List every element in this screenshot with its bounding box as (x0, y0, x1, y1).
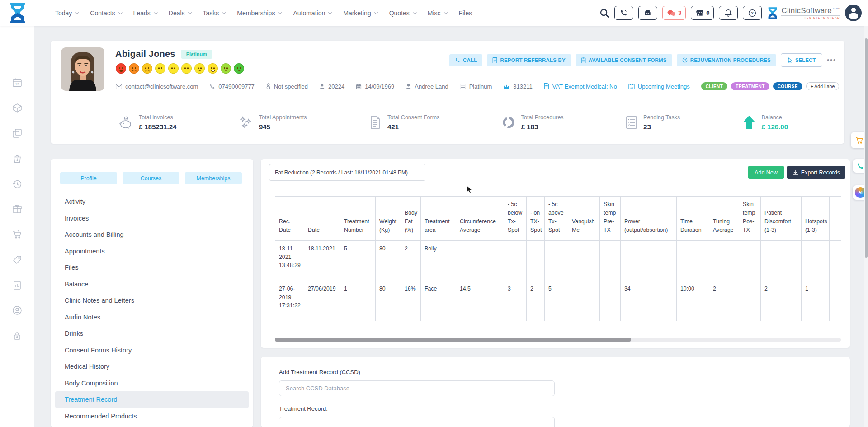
tag-icon[interactable] (12, 254, 23, 265)
help-button[interactable]: ? (743, 6, 762, 20)
nav-item-automation[interactable]: Automation (293, 9, 331, 17)
patient-phone[interactable]: 07490009777 (209, 83, 255, 90)
hourglass-logo-icon[interactable] (8, 3, 27, 23)
table-row[interactable]: 27-06-2019 17:31:22 27/06/2019 1 80 16% … (275, 281, 841, 321)
cell-empty (830, 281, 841, 321)
nav-item-contacts[interactable]: Contacts (90, 9, 121, 17)
inbox-button[interactable] (638, 6, 657, 20)
nav-item-quotes[interactable]: Quotes (389, 9, 415, 17)
add-new-button[interactable]: Add New (748, 166, 784, 179)
sidebar-item-files[interactable]: Files (55, 259, 249, 276)
select-label: SELECT (795, 57, 816, 63)
mood-face-8[interactable] (221, 63, 231, 74)
nav-item-deals[interactable]: Deals (169, 9, 191, 17)
mood-face-1[interactable] (129, 63, 139, 74)
ccsd-search-input[interactable] (279, 380, 555, 396)
rejuvenation-button[interactable]: REJUVENATION PROCEDURES (677, 54, 776, 66)
patient-email[interactable]: contact@clinicsoftware.com (116, 83, 198, 90)
cart-icon[interactable] (12, 229, 23, 240)
label-treatment[interactable]: TREATMENT (731, 82, 769, 90)
treatment-record-textarea[interactable] (279, 417, 555, 427)
sidebar-item-activity[interactable]: Activity (55, 193, 249, 210)
patient-owner: Andree Land (406, 83, 448, 90)
nav-item-misc[interactable]: Misc (428, 9, 447, 17)
mood-face-7[interactable] (208, 63, 218, 74)
horizontal-scrollbar-thumb[interactable] (275, 338, 631, 342)
more-actions-button[interactable]: ••• (827, 56, 836, 64)
mood-face-3[interactable] (155, 63, 165, 74)
sidebar-item-drinks[interactable]: Drinks (55, 325, 249, 342)
brand-logo[interactable]: ClinicSoftware.com TEN STEPS AHEAD (767, 7, 840, 19)
patient-id-text: 20224 (328, 83, 344, 90)
report-referrals-label: REPORT REFERRALS BY (500, 57, 565, 63)
notifications-button[interactable] (719, 6, 738, 20)
gift-icon[interactable] (12, 204, 23, 215)
label-client[interactable]: CLIENT (701, 82, 728, 90)
chevron-down-icon (328, 10, 332, 14)
calendar-icon[interactable]: 12 (12, 77, 23, 88)
dialer-button[interactable] (614, 6, 633, 20)
mood-face-6[interactable] (194, 63, 205, 74)
add-label-button[interactable]: + Add Labe (806, 82, 839, 90)
sidebar-item-recommended-products[interactable]: Recommended Products (55, 408, 249, 425)
search-icon[interactable] (599, 8, 609, 18)
sidebar-item-invoices[interactable]: Invoices (55, 210, 249, 227)
bag-icon[interactable] (12, 153, 23, 164)
stat-label: Pending Tasks (643, 114, 680, 121)
cell: 2 (527, 281, 545, 321)
store-icon (695, 9, 704, 17)
sidebar-item-accounts-and-billing[interactable]: Accounts and Billing (55, 226, 249, 243)
patient-photo[interactable] (61, 47, 104, 91)
mood-face-4[interactable] (168, 63, 179, 74)
stat-value: 945 (259, 123, 307, 131)
lock-icon[interactable] (12, 330, 23, 341)
mood-face-2[interactable] (142, 63, 152, 74)
sidebar-item-audio-notes[interactable]: Audio Notes (55, 309, 249, 326)
chat-button[interactable]: 3 (662, 6, 686, 20)
tab-profile[interactable]: Profile (60, 172, 117, 184)
nav-item-marketing[interactable]: Marketing (343, 9, 377, 17)
mood-face-9[interactable] (234, 63, 244, 74)
consent-forms-button[interactable]: AVAILABLE CONSENT FORMS (576, 54, 672, 66)
package-icon[interactable] (12, 103, 23, 113)
sidebar-item-medical-history[interactable]: Medical History (55, 358, 249, 375)
call-button[interactable]: CALL (449, 54, 482, 66)
report-icon[interactable] (12, 280, 23, 291)
vertical-scrollbar-thumb[interactable] (865, 38, 868, 258)
history-icon[interactable] (12, 178, 23, 189)
tab-memberships[interactable]: Memberships (185, 172, 242, 184)
column-header: Rec. Date (275, 197, 304, 241)
mood-face-5[interactable] (181, 63, 192, 74)
user-avatar[interactable] (845, 5, 862, 21)
cell (545, 241, 568, 281)
nav-item-tasks[interactable]: Tasks (203, 9, 225, 17)
report-referrals-button[interactable]: REPORT REFERRALS BY (487, 54, 571, 66)
store-button[interactable]: 0 (691, 6, 714, 20)
nav-item-memberships[interactable]: Memberships (237, 9, 281, 17)
nav-label: Files (459, 9, 472, 17)
sidebar-item-appointments[interactable]: Appointments (55, 243, 249, 260)
nav-item-leads[interactable]: Leads (133, 9, 156, 17)
nav-item-today[interactable]: Today (55, 9, 78, 17)
horizontal-scrollbar[interactable] (275, 338, 841, 342)
sidebar-item-balance[interactable]: Balance (55, 276, 249, 293)
nav-item-files[interactable]: Files (459, 9, 472, 17)
sidebar-item-clinic-notes-and-letters[interactable]: Clinic Notes and Letters (55, 292, 249, 309)
sidebar-item-body-composition[interactable]: Body Composition (55, 375, 249, 392)
copies-icon[interactable] (12, 128, 23, 139)
select-button[interactable]: SELECT (781, 53, 822, 67)
sidebar-item-consent-forms-history[interactable]: Consent Forms History (55, 342, 249, 359)
vertical-scrollbar[interactable] (864, 26, 868, 427)
mood-face-0[interactable] (116, 63, 126, 74)
crown-icon (503, 84, 510, 89)
account-icon[interactable] (12, 305, 23, 316)
export-records-button[interactable]: Export Records (787, 166, 845, 179)
vat-exempt-link[interactable]: VAT Exempt Medical: No (544, 83, 617, 90)
record-type-select[interactable]: Fat Reduction (2 Records / Last: 18/11/2… (269, 164, 425, 181)
upcoming-meetings-link[interactable]: 13Upcoming Meetings (628, 83, 690, 90)
label-course[interactable]: COURSE (773, 82, 802, 90)
tab-courses[interactable]: Courses (123, 172, 179, 184)
sidebar-item-treatment-record[interactable]: Treatment Record (55, 391, 249, 408)
download-icon (793, 169, 798, 175)
table-row[interactable]: 18-11-2021 13:48:29 18.11.2021 5 80 2 Be… (275, 241, 841, 281)
